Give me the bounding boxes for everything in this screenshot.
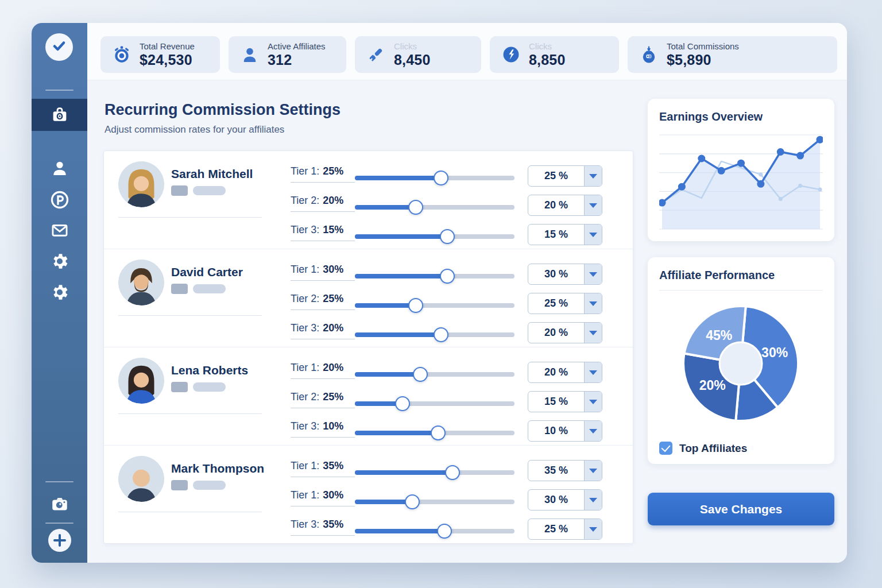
chevron-down-icon[interactable]	[584, 323, 602, 343]
commission-slider[interactable]	[355, 463, 514, 480]
dropdown-value: 15 %	[528, 225, 584, 245]
sidebar-item-settings-1[interactable]	[32, 252, 87, 271]
commission-dropdown[interactable]: 35 %	[528, 460, 602, 481]
top-affiliates-label: Top Affiliates	[679, 442, 747, 455]
slider-fill	[355, 303, 416, 308]
commission-dropdown[interactable]: 15 %	[528, 391, 602, 412]
tag-pill	[193, 382, 226, 392]
commission-dropdown[interactable]: 20 %	[528, 362, 602, 383]
commission-slider[interactable]	[355, 227, 514, 244]
chevron-down-icon[interactable]	[584, 225, 602, 245]
affiliate-name: Lena Roberts	[171, 363, 248, 377]
chevron-down-icon[interactable]	[584, 392, 602, 412]
chevron-down-icon[interactable]	[584, 519, 602, 539]
top-affiliates-checkbox[interactable]	[659, 442, 672, 455]
slider-thumb[interactable]	[434, 171, 448, 185]
affiliate-row: Sarah Mitchell Tier 1:25% 25 % Tier 2:20…	[104, 151, 633, 249]
chevron-down-icon[interactable]	[584, 166, 602, 186]
slider-thumb[interactable]	[408, 298, 423, 313]
commission-slider[interactable]	[355, 266, 514, 284]
slider-thumb[interactable]	[440, 269, 455, 284]
tier-label: Tier 3:10%	[291, 420, 355, 438]
slider-thumb[interactable]	[445, 465, 460, 480]
chevron-down-icon[interactable]	[584, 264, 602, 284]
slider-thumb[interactable]	[437, 524, 452, 539]
sidebar-divider	[45, 90, 74, 91]
slider-fill	[355, 234, 447, 239]
commission-slider[interactable]	[355, 325, 514, 342]
tier-label: Tier 1:35%	[291, 460, 355, 477]
sidebar-item-commissions[interactable]	[32, 99, 87, 131]
slider-thumb[interactable]	[440, 229, 455, 244]
clicks-icon	[366, 45, 386, 64]
dropdown-value: 20 %	[528, 362, 584, 382]
commission-slider[interactable]	[355, 423, 514, 440]
circle-p-icon	[49, 189, 70, 210]
commission-dropdown[interactable]: 20 %	[528, 322, 602, 343]
chevron-down-icon[interactable]	[584, 490, 602, 510]
tier-label: Tier 1:20%	[291, 362, 355, 379]
commission-dropdown[interactable]: 30 %	[528, 264, 602, 285]
sidebar-divider	[45, 481, 74, 482]
sidebar-add-button[interactable]	[32, 528, 87, 555]
camera-icon	[49, 494, 70, 514]
commission-dropdown[interactable]: 20 %	[528, 195, 602, 216]
sidebar-item-partners[interactable]	[32, 189, 87, 210]
tier-row: Tier 1:20% 20 %	[291, 361, 633, 382]
commission-slider[interactable]	[355, 521, 514, 539]
commission-dropdown[interactable]: 25 %	[528, 165, 602, 187]
check-logo	[45, 33, 73, 61]
tag-pill	[171, 480, 188, 490]
tier-controls: Tier 1:30% 30 % Tier 2:25% 25 % Tier 3:2…	[291, 249, 633, 347]
slider-fill	[355, 431, 438, 435]
sidebar-item-messages[interactable]	[32, 220, 87, 240]
commission-dropdown[interactable]: 30 %	[528, 489, 602, 510]
tier-row: Tier 1:35% 35 %	[291, 459, 633, 480]
commission-slider[interactable]	[355, 365, 514, 382]
stat-label: Total Revenue	[140, 41, 195, 51]
sidebar-item-media[interactable]	[32, 494, 87, 514]
commission-dropdown[interactable]: 25 %	[528, 293, 602, 314]
sidebar-item-settings-2[interactable]	[32, 283, 87, 302]
sidebar-item-affiliates[interactable]	[32, 158, 87, 178]
slider-thumb[interactable]	[408, 200, 423, 215]
chevron-down-icon[interactable]	[584, 195, 602, 215]
commission-slider[interactable]	[355, 296, 514, 313]
commission-slider[interactable]	[355, 168, 514, 185]
commission-dropdown[interactable]: 15 %	[528, 224, 602, 245]
slider-fill	[355, 274, 447, 278]
dropdown-value: 30 %	[528, 490, 584, 510]
affiliates-icon	[240, 45, 260, 64]
affiliate-name: David Carter	[171, 265, 243, 279]
slider-thumb[interactable]	[434, 327, 448, 342]
stat-value: 8,450	[394, 52, 431, 68]
svg-text:45%: 45%	[706, 328, 732, 343]
commission-dropdown[interactable]: 25 %	[528, 519, 602, 540]
tier-row: Tier 3:35% 25 %	[291, 518, 633, 539]
chevron-down-icon[interactable]	[584, 461, 602, 481]
chevron-down-icon[interactable]	[584, 421, 602, 441]
affiliate-tags	[171, 382, 226, 392]
commission-slider[interactable]	[355, 198, 514, 215]
tier-row: Tier 2:25% 25 %	[291, 292, 633, 313]
performance-title: Affiliate Performance	[659, 269, 823, 282]
slider-thumb[interactable]	[413, 367, 428, 382]
slider-thumb[interactable]	[431, 425, 446, 440]
stat-card-total-commissions: Total Commissions $5,890	[628, 36, 837, 73]
tier-label: Tier 1:25%	[291, 165, 355, 183]
sidebar	[32, 23, 87, 563]
tag-pill	[171, 284, 188, 294]
commission-dropdown[interactable]: 10 %	[528, 420, 602, 442]
stat-label: Clicks	[529, 41, 566, 51]
slider-thumb[interactable]	[405, 494, 420, 509]
slider-thumb[interactable]	[395, 396, 410, 411]
chevron-down-icon[interactable]	[584, 362, 602, 382]
affiliate-tags	[171, 480, 226, 490]
save-changes-button[interactable]: Save Changes	[648, 493, 834, 525]
commission-slider[interactable]	[355, 492, 514, 509]
chevron-down-icon[interactable]	[584, 293, 602, 314]
slider-fill	[355, 332, 441, 337]
tier-label: Tier 3:35%	[291, 519, 355, 536]
affiliate-row: Mark Thompson Tier 1:35% 35 % Tier 1:30%…	[104, 446, 633, 543]
commission-slider[interactable]	[355, 394, 514, 411]
